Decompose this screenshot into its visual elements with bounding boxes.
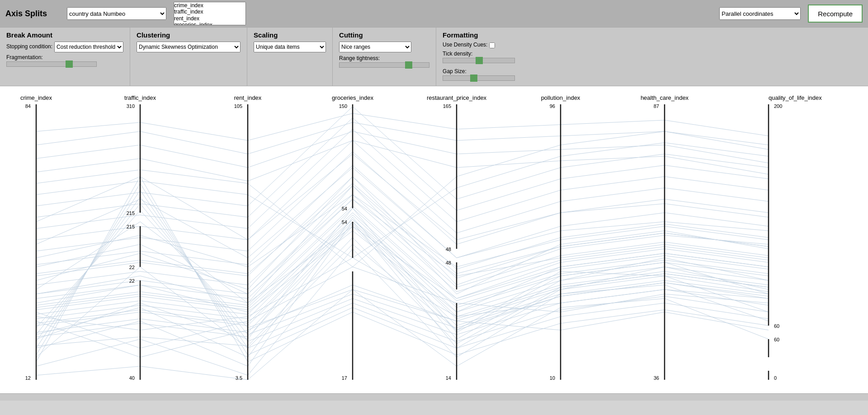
- tick-density-slider-track[interactable]: [443, 58, 515, 63]
- tick-density-slider-container: [443, 58, 515, 63]
- label-restaurant-price-index: restaurant_price_index: [427, 94, 487, 101]
- fragmentation-slider-track[interactable]: [6, 61, 97, 67]
- tick-groc-17: 17: [342, 375, 347, 381]
- controls-row: Break Amount Stopping condition: Cost re…: [0, 27, 868, 86]
- tick-qual-60b: 60: [774, 337, 779, 342]
- tick-crime-max: 84: [25, 103, 31, 109]
- tick-traffic-22a: 22: [129, 265, 135, 270]
- columns-listbox[interactable]: crime_index traffic_index rent_index gro…: [174, 2, 246, 25]
- view-select[interactable]: Parallel coordinates Scatter matrix Heat…: [719, 7, 801, 20]
- tick-qual-200: 200: [774, 103, 782, 109]
- tick-rest-48a: 48: [446, 247, 451, 252]
- range-tightness-slider-track[interactable]: [339, 62, 429, 68]
- tick-crime-min: 12: [25, 375, 31, 381]
- tick-traffic-215b: 215: [127, 224, 135, 229]
- tick-rent-min: 3.5: [236, 375, 242, 381]
- cutting-method-select[interactable]: Nice ranges Exact ranges Quantile: [339, 42, 411, 52]
- tick-rest-48b: 48: [446, 260, 451, 266]
- scaling-section: Scaling Unique data items Linear Log: [247, 28, 333, 86]
- svg-rect-0: [0, 86, 868, 393]
- tick-traffic-215a: 215: [127, 210, 135, 216]
- tick-groc-150: 150: [339, 103, 347, 109]
- gap-size-slider-thumb[interactable]: [470, 75, 477, 82]
- tick-rest-165: 165: [443, 103, 451, 109]
- tick-groc-54a: 54: [342, 206, 347, 211]
- break-amount-section: Break Amount Stopping condition: Cost re…: [0, 28, 130, 86]
- label-traffic-index: traffic_index: [124, 94, 156, 101]
- label-rent-index: rent_index: [234, 94, 262, 101]
- dataset-select[interactable]: country data Numbeo dataset2 dataset3: [67, 7, 166, 20]
- label-pollution-index: pollution_index: [541, 94, 580, 101]
- label-health-care-index: health_care_index: [641, 94, 689, 101]
- gap-size-slider-container: [443, 75, 515, 81]
- label-groceries-index: groceries_index: [332, 94, 373, 101]
- tick-poll-max: 96: [550, 103, 555, 109]
- break-amount-title: Break Amount: [6, 31, 123, 39]
- clustering-method-select[interactable]: Dynamic Skewness Optimization K-Means Hi…: [137, 42, 241, 52]
- tick-qual-60a: 60: [774, 323, 779, 329]
- range-tightness-slider-thumb[interactable]: [405, 61, 412, 69]
- label-crime-index: crime_index: [20, 94, 52, 101]
- scaling-method-select[interactable]: Unique data items Linear Log: [254, 42, 326, 52]
- bottom-bar: [0, 393, 868, 401]
- fragmentation-slider-container: [6, 61, 123, 67]
- chart-area: crime_index traffic_index rent_index gro…: [0, 86, 868, 393]
- stopping-condition-select[interactable]: Cost reduction threshold Max breaks Fixe…: [54, 42, 123, 52]
- tick-rest-14: 14: [446, 375, 451, 381]
- gap-size-slider-track[interactable]: [443, 75, 515, 81]
- tick-health-min: 36: [654, 375, 659, 381]
- app-title: Axis Splits: [5, 9, 60, 19]
- fragmentation-slider-thumb[interactable]: [66, 61, 73, 68]
- scaling-title: Scaling: [254, 31, 326, 39]
- clustering-title: Clustering: [137, 31, 241, 39]
- tick-density-slider-thumb[interactable]: [476, 57, 483, 64]
- tick-poll-min: 10: [550, 375, 555, 381]
- range-tightness-slider-container: [339, 62, 429, 68]
- range-tightness-label: Range tightness:: [339, 55, 429, 61]
- tick-rent-max: 105: [234, 103, 242, 109]
- gap-size-label: Gap Size:: [443, 68, 862, 75]
- tick-traffic-310: 310: [127, 103, 135, 109]
- parallel-coordinates-svg: crime_index traffic_index rent_index gro…: [0, 86, 868, 393]
- tick-health-max: 87: [654, 103, 659, 109]
- clustering-section: Clustering Dynamic Skewness Optimization…: [130, 28, 247, 86]
- tick-qual-0: 0: [774, 375, 777, 381]
- tick-traffic-22b: 22: [129, 278, 135, 284]
- cutting-section: Cutting Nice ranges Exact ranges Quantil…: [333, 28, 436, 86]
- tick-groc-54b: 54: [342, 219, 347, 225]
- cutting-title: Cutting: [339, 31, 429, 39]
- density-cues-checkbox[interactable]: [489, 42, 495, 48]
- density-cues-label: Use Density Cues:: [443, 42, 487, 48]
- stopping-condition-label: Stopping condition:: [6, 43, 52, 50]
- top-bar: Axis Splits country data Numbeo dataset2…: [0, 0, 868, 27]
- formatting-title: Formatting: [443, 31, 862, 39]
- fragmentation-label: Fragmentation:: [6, 54, 123, 61]
- label-quality-of-life-index: quality_of_life_index: [769, 94, 822, 101]
- recompute-button[interactable]: Recompute: [808, 5, 863, 23]
- tick-traffic-40: 40: [129, 375, 135, 381]
- formatting-section: Formatting Use Density Cues: Tick densit…: [436, 28, 868, 86]
- tick-density-label: Tick density:: [443, 51, 862, 57]
